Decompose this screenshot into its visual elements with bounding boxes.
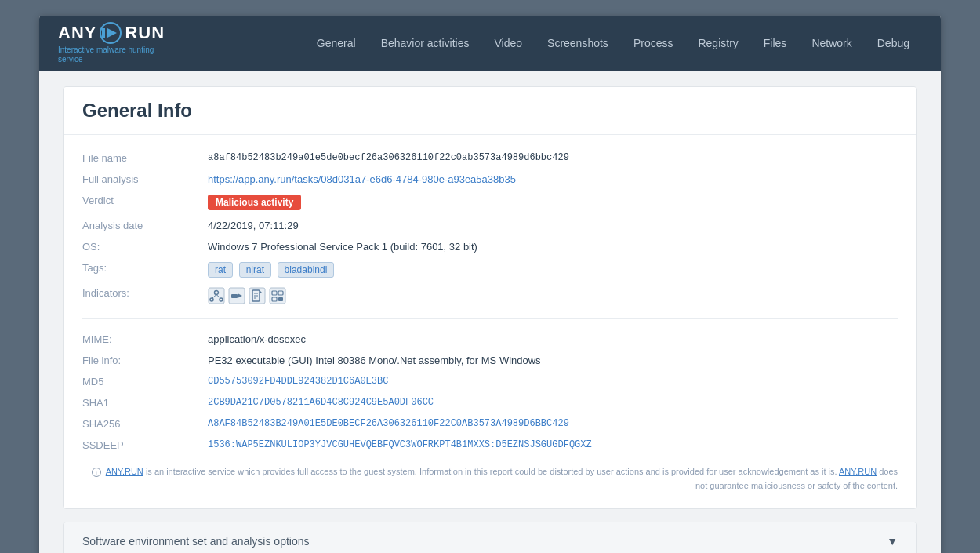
file-name-row: File name a8af84b52483b249a01e5de0becf26… xyxy=(82,147,898,169)
indicators-row: Indicators: xyxy=(82,282,898,309)
indicators-icons xyxy=(208,287,286,304)
verdict-badge: Malicious activity xyxy=(208,195,301,210)
svg-text:i: i xyxy=(96,470,97,477)
nav-behavior[interactable]: Behavior activities xyxy=(368,31,482,56)
analysis-date-value: 4/22/2019, 07:11:29 xyxy=(208,220,299,231)
full-analysis-link[interactable]: https://app.any.run/tasks/08d031a7-e6d6-… xyxy=(208,173,516,185)
info-icon: i xyxy=(92,468,101,477)
sha256-value[interactable]: A8AF84B52483B249A01E5DE0BECF26A306326110… xyxy=(208,418,569,429)
logo-icon xyxy=(100,22,122,44)
divider xyxy=(82,318,898,319)
verdict-row: Verdict Malicious activity xyxy=(82,190,898,215)
file-info-value: PE32 executable (GUI) Intel 80386 Mono/.… xyxy=(208,355,541,366)
indicators-label: Indicators: xyxy=(82,287,208,299)
sha1-row: SHA1 2CB9DA21C7D0578211A6D4C8C924C9E5A0D… xyxy=(82,392,898,413)
sha256-row: SHA256 A8AF84B52483B249A01E5DE0BECF26A30… xyxy=(82,413,898,435)
nav-process[interactable]: Process xyxy=(621,31,686,56)
disclaimer: i ANY.RUN is an interactive service whic… xyxy=(82,456,898,496)
mime-value: application/x-dosexec xyxy=(208,333,306,345)
disclaimer-anyrun-link-1[interactable]: ANY.RUN xyxy=(106,467,143,476)
chevron-down-icon: ▼ xyxy=(887,535,898,548)
disclaimer-anyrun-link-2[interactable]: ANY.RUN xyxy=(839,467,877,476)
page-title: General Info xyxy=(82,100,898,122)
analysis-date-label: Analysis date xyxy=(82,220,208,231)
file-name-value: a8af84b52483b249a01e5de0becf26a306326110… xyxy=(208,152,569,163)
logo-name-before: ANY xyxy=(58,23,96,43)
main-container: ANY RUN Interactive malware hunting serv… xyxy=(39,16,941,553)
ssdeep-value[interactable]: 1536:WAP5EZNKULIOP3YJVCGUHEVQEBFQVC3WOFR… xyxy=(208,439,592,450)
analysis-date-row: Analysis date 4/22/2019, 07:11:29 xyxy=(82,215,898,236)
card-header: General Info xyxy=(64,87,916,135)
logo-tagline: Interactive malware hunting service xyxy=(58,45,165,64)
nav-files[interactable]: Files xyxy=(751,31,800,56)
os-value: Windows 7 Professional Service Pack 1 (b… xyxy=(208,241,477,253)
ssdeep-row: SSDEEP 1536:WAP5EZNKULIOP3YJVCGUHEVQEBFQ… xyxy=(82,435,898,456)
nav-debug[interactable]: Debug xyxy=(865,31,922,56)
sha1-value[interactable]: 2CB9DA21C7D0578211A6D4C8C924C9E5A0DF06CC xyxy=(208,397,434,408)
file-name-label: File name xyxy=(82,152,208,164)
tags-row: Tags: rat njrat bladabindi xyxy=(82,257,898,282)
main-content: General Info File name a8af84b52483b249a… xyxy=(39,71,941,553)
nav-general[interactable]: General xyxy=(304,31,368,56)
tag-rat: rat xyxy=(208,262,233,278)
nav-registry[interactable]: Registry xyxy=(685,31,750,56)
logo: ANY RUN xyxy=(58,22,165,44)
header: ANY RUN Interactive malware hunting serv… xyxy=(39,16,941,71)
full-analysis-label: Full analysis xyxy=(82,173,208,185)
os-label: OS: xyxy=(82,241,208,253)
ssdeep-label: SSDEEP xyxy=(82,439,208,451)
nav-network[interactable]: Network xyxy=(799,31,864,56)
indicator-file-icon xyxy=(249,287,266,304)
tag-bladabindi: bladabindi xyxy=(278,262,335,278)
indicator-network-icon xyxy=(208,287,225,304)
tag-njrat: njrat xyxy=(239,262,271,278)
md5-label: MD5 xyxy=(82,376,208,387)
mime-row: MIME: application/x-dosexec xyxy=(82,329,898,350)
verdict-label: Verdict xyxy=(82,195,208,206)
os-row: OS: Windows 7 Professional Service Pack … xyxy=(82,236,898,257)
general-info-card: General Info File name a8af84b52483b249a… xyxy=(63,86,917,509)
logo-name-after: RUN xyxy=(125,23,165,43)
tags-container: rat njrat bladabindi xyxy=(208,262,337,278)
tags-label: Tags: xyxy=(82,262,208,274)
disclaimer-text-1: is an interactive service which provides… xyxy=(146,467,839,476)
sha1-label: SHA1 xyxy=(82,397,208,409)
nav-video[interactable]: Video xyxy=(481,31,535,56)
indicator-registry-icon xyxy=(269,287,286,304)
file-info-label: File info: xyxy=(82,355,208,366)
file-info-row: File info: PE32 executable (GUI) Intel 8… xyxy=(82,350,898,371)
nav: General Behavior activities Video Screen… xyxy=(212,31,922,56)
md5-value[interactable]: CD55753092FD4DDE924382D1C6A0E3BC xyxy=(208,376,388,387)
nav-screenshots[interactable]: Screenshots xyxy=(535,31,621,56)
svg-rect-11 xyxy=(231,294,238,298)
mime-label: MIME: xyxy=(82,333,208,345)
logo-area: ANY RUN Interactive malware hunting serv… xyxy=(58,22,165,64)
full-analysis-row: Full analysis https://app.any.run/tasks/… xyxy=(82,169,898,190)
accordion[interactable]: Software environment set and analysis op… xyxy=(63,522,917,553)
card-body: File name a8af84b52483b249a01e5de0becf26… xyxy=(64,135,916,508)
sha256-label: SHA256 xyxy=(82,418,208,430)
accordion-label: Software environment set and analysis op… xyxy=(82,535,310,548)
md5-row: MD5 CD55753092FD4DDE924382D1C6A0E3BC xyxy=(82,371,898,392)
svg-rect-23 xyxy=(278,297,283,301)
indicator-inject-icon xyxy=(228,287,245,304)
svg-marker-1 xyxy=(107,28,117,38)
